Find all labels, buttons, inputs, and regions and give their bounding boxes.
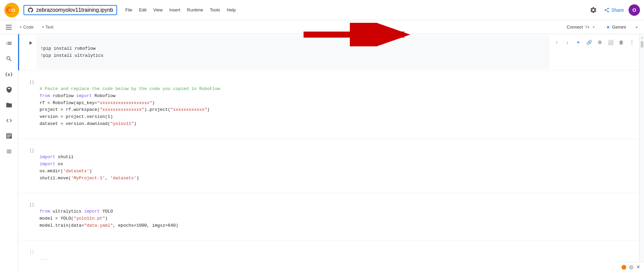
cell-delete-button[interactable]: 🗑 [616,38,626,47]
cell-3-gutter: [ ] [23,144,36,154]
main-layout: {x} !pip install roboflow !pip install [0,34,644,272]
connect-label: Connect [567,25,583,30]
sidebar-terminal-icon[interactable] [3,130,15,142]
share-button[interactable]: Share [604,7,624,13]
svg-text:CO: CO [8,8,15,13]
cell-expand-button[interactable]: ⬜ [606,38,615,47]
menu-view[interactable]: View [151,6,165,14]
cell-2-bracket: [ ] [30,79,34,84]
cell-5-line-1: ... [40,256,47,261]
cell-1-content[interactable]: !pip install roboflow !pip install ultra… [37,36,549,69]
cell-1-line-2: !pip install ultralytics [41,53,103,58]
menu-file[interactable]: File [122,6,135,14]
menu-edit[interactable]: Edit [136,6,149,14]
cell-2-comment: # Paste and replace the code below by th… [40,86,220,91]
cell-5-content[interactable]: ... [36,246,637,272]
sidebar-toc-icon[interactable] [3,37,15,50]
cell-more-button[interactable]: ⋮ [627,38,637,47]
github-icon [28,7,34,13]
cell-2: [ ] # Paste and replace the code below b… [18,75,639,139]
cell-4-line-3: model.train(data="data.yaml", epochs=100… [40,223,178,228]
cell-3-line-1: import shutil [40,154,73,160]
cell-move-up-button[interactable]: ↑ [552,38,561,47]
gear-icon [590,6,597,14]
cell-1-toolbar: ↑ ↓ ✦ 🔗 ⚙ ⬜ 🗑 ⋮ [552,36,637,47]
bottom-status-bar: × [618,262,644,272]
menu-runtime[interactable]: Runtime [184,6,206,14]
cell-link-button[interactable]: 🔗 [584,38,594,47]
cell-4-bracket: [ ] [30,202,34,207]
cell-2-line-3: rf = Roboflow(api_key="xxxxxxxxxxxxxxxxx… [40,100,155,105]
cell-3: [ ] import shutil import os os.mkdir('da… [18,143,639,193]
cell-3-bracket: [ ] [30,148,34,153]
cell-4-content[interactable]: from ultralytics import YOLO model = YOL… [36,198,637,239]
menu-help[interactable]: Help [224,6,238,14]
collapse-panel-button[interactable] [632,22,641,32]
cell-4-line-1: from ultralytics import YOLO [40,209,113,214]
hamburger-line [6,29,12,30]
cell-2-line-4: project = rf.workspace("xxxxxxxxxxxxxxx"… [40,107,210,112]
cell-3-content[interactable]: import shutil import os os.mkdir('datase… [36,144,637,192]
toolbar-row: + Code + Text Connect T4 Gemini [0,20,644,34]
cell-3-line-2: import os [40,162,63,167]
gemini-button[interactable]: Gemini [602,23,629,31]
cell-4-line-2: model = YOLO("yolo11n.pt") [40,216,108,221]
notebook-title-area[interactable]: zebrazoomyolov11training.ipynb [23,5,117,15]
cell-1-run-button[interactable] [26,39,35,47]
cell-3-line-4: shutil.move('MyProject-1', 'datasets') [40,176,139,181]
notebook-title: zebrazoomyolov11training.ipynb [36,7,113,13]
cell-1: !pip install roboflow !pip install ultra… [18,34,639,71]
cell-3-line-3: os.mkdir('datasets') [40,169,92,174]
menu-insert[interactable]: Insert [167,6,183,14]
scroll-thumb[interactable] [641,41,643,48]
user-avatar[interactable]: O [629,4,640,16]
settings-icon-button[interactable] [587,4,599,16]
dropdown-icon [591,25,596,30]
gemini-sparkle-icon [606,25,610,30]
sidebar-search-icon[interactable] [3,52,15,65]
cell-1-gutter [24,36,37,47]
share-icon [604,7,609,13]
add-text-button[interactable]: + Text [38,23,57,31]
cell-2-line-2: from roboflow import Roboflow [40,93,115,98]
cell-2-line-6: dataset = version.download("yolov11") [40,121,137,126]
toolbar-right: Connect T4 Gemini [563,22,641,32]
sidebar-code-icon[interactable] [3,114,15,127]
status-dot-gray [629,265,634,270]
chevron-up-icon [634,25,639,30]
topbar-right: Share O [587,4,640,16]
cell-5-gutter: [ ] [23,246,36,256]
sidebar-variables-icon[interactable]: {x} [3,68,15,81]
hamburger-button[interactable] [3,21,15,33]
close-times[interactable]: × [636,264,640,271]
gemini-label: Gemini [612,25,626,30]
hamburger-line [6,25,12,26]
cell-4-gutter: [ ] [23,198,36,209]
left-sidebar: {x} [0,34,18,272]
hamburger-line [6,27,12,28]
cell-4: [ ] from ultralytics import YOLO model =… [18,197,639,240]
notebook-area: !pip install roboflow !pip install ultra… [18,34,639,272]
cell-ai-button[interactable]: ✦ [574,38,583,47]
cell-2-line-5: version = project.version(1) [40,114,113,119]
scroll-up-arrow[interactable] [640,36,644,40]
sidebar-files-icon[interactable] [3,99,15,111]
sidebar-command-icon[interactable] [3,145,15,158]
add-code-label: + Code [19,25,34,30]
menu-bar: File Edit View Insert Runtime Tools Help [122,6,238,14]
status-dot-orange [622,265,626,270]
cell-2-content[interactable]: # Paste and replace the code below by th… [36,76,637,137]
cell-5-partial: [ ] ... [18,244,639,272]
colab-logo: CO [4,2,19,18]
cell-5-bracket: [ ] [30,249,34,254]
add-code-button[interactable]: + Code [16,23,37,31]
share-label: Share [611,7,624,13]
menu-tools[interactable]: Tools [207,6,223,14]
cell-2-gutter: [ ] [23,76,36,86]
topbar: CO zebrazoomyolov11training.ipynb File E… [0,0,644,20]
cell-move-down-button[interactable]: ↓ [563,38,572,47]
add-text-label: + Text [42,25,53,30]
connect-button[interactable]: Connect T4 [563,23,600,31]
sidebar-secrets-icon[interactable] [3,83,15,96]
cell-settings-button[interactable]: ⚙ [595,38,604,47]
